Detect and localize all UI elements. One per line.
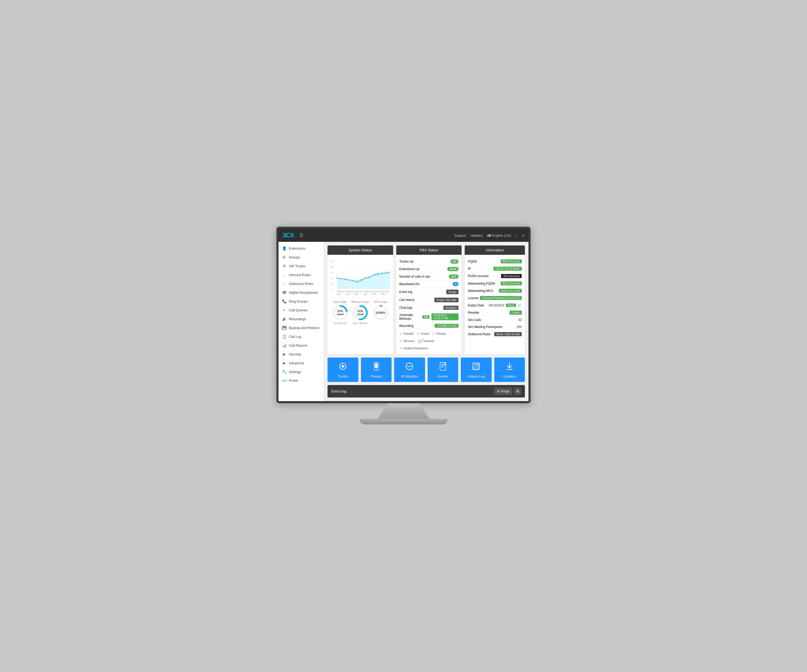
chart-x-labels: 9:56:40 AM 9:56:45 AM 9:56:50 AM 9:56:55… bbox=[337, 290, 390, 296]
headset-icon: ☎ bbox=[282, 290, 286, 294]
expand-link[interactable]: ⤢ bbox=[515, 233, 518, 238]
sidebar-item-sip-trunks[interactable]: ⚙ SIP Trunks bbox=[279, 261, 324, 270]
svg-point-10 bbox=[361, 279, 362, 281]
sidebar-item-call-queues[interactable]: ≡ Call Queues bbox=[279, 306, 324, 314]
disk-free: 11.6 GB free bbox=[330, 322, 350, 324]
sidebar-item-ring-groups[interactable]: 📞 Ring Groups bbox=[279, 297, 324, 306]
memory-free: 484.7 MB free bbox=[351, 322, 370, 324]
svg-point-11 bbox=[365, 277, 366, 279]
arrow-up-icon: ↑ bbox=[282, 281, 286, 286]
blacklisted-ips-badge: 0 bbox=[453, 282, 458, 286]
sidebar-item-groups[interactable]: ⊞ Groups bbox=[279, 253, 324, 261]
sidebar-label: Ring Groups bbox=[289, 299, 308, 303]
sidebar: 👤 Extensions ⊞ Groups ⚙ SIP Trunks ↓ Inb… bbox=[279, 242, 324, 401]
sidebar-label: Groups bbox=[289, 255, 300, 259]
system-status-header: System Status bbox=[327, 245, 393, 255]
information-card: Information FQDN 90c6.3cx.us.de IP 198.4… bbox=[465, 245, 525, 354]
svg-point-12 bbox=[369, 276, 370, 278]
svg-rect-33 bbox=[474, 363, 477, 366]
sidebar-label: Portal bbox=[289, 379, 298, 383]
sidebar-item-advanced[interactable]: ▶ Advanced bbox=[279, 359, 324, 368]
system-extensions-check: ✓ System Extensions bbox=[399, 346, 428, 350]
hamburger-button[interactable]: ☰ bbox=[299, 233, 304, 238]
pbx-trunks-up: Trunks Up 5/9 bbox=[399, 258, 459, 265]
info-webmeeting-mcu: Webmeeting MCU wsbrtc.3cx.us.de bbox=[468, 287, 522, 294]
phones-button[interactable]: Phones bbox=[361, 358, 392, 382]
sidebar-label: Recordings bbox=[289, 317, 306, 321]
speaker-icon: 🔊 bbox=[282, 317, 286, 321]
check-icon3: ✓ bbox=[432, 332, 435, 336]
sidebar-item-backup-restore[interactable]: 💾 Backup and Restore bbox=[279, 323, 324, 332]
fqdn-value: 90c6.3cx.us.de bbox=[501, 259, 522, 263]
disk-circle: 22% used bbox=[332, 304, 349, 321]
extensions-up-badge: 32/44 bbox=[447, 267, 459, 271]
app-logo: 3CX bbox=[283, 232, 294, 239]
chart-icon: 📊 bbox=[282, 343, 286, 348]
updates-link[interactable]: Updates bbox=[470, 233, 483, 238]
cpu-usage-gauge: CPU Usage 2/100% bbox=[371, 301, 390, 324]
ip-blacklist-button[interactable]: IP Blacklist bbox=[394, 358, 425, 382]
language-link[interactable]: 🇺🇸 English (US) bbox=[487, 233, 511, 238]
sidebar-item-extensions[interactable]: 👤 Extensions bbox=[279, 244, 324, 253]
sidebar-item-portal[interactable]: 3CX Portal bbox=[279, 376, 324, 385]
sidebar-item-digital-receptionist[interactable]: ☎ Digital Receptionist bbox=[279, 288, 324, 297]
sidebar-item-recordings[interactable]: 🔊 Recordings bbox=[279, 314, 324, 323]
sidebar-item-settings[interactable]: 🔧 Settings bbox=[279, 368, 324, 376]
check-icon: ✓ bbox=[399, 332, 402, 336]
event-log-settings-button[interactable]: ⚙ bbox=[514, 388, 521, 395]
backup-date-badge: 03/18/2019 12:00:13 AM bbox=[432, 313, 458, 320]
purge-calls-button[interactable]: Purge 725 calls bbox=[434, 298, 459, 302]
pbx-status-body: Trunks Up 5/9 Extensions Up 32/44 Number… bbox=[396, 255, 462, 354]
pbx-call-history: Call history Purge 725 calls bbox=[399, 296, 459, 304]
outbound-rules-value[interactable]: None. Click to add bbox=[494, 332, 522, 336]
ip-value: 198.49.170.32.9bab5 bbox=[493, 267, 522, 271]
line-chart bbox=[337, 258, 390, 289]
sidebar-item-security[interactable]: ▶ Security bbox=[279, 350, 324, 359]
trunks-icon bbox=[339, 362, 347, 372]
pbx-extensions-up: Extensions Up 32/44 bbox=[399, 265, 459, 273]
sidebar-item-call-log[interactable]: 📋 Call Log bbox=[279, 332, 324, 341]
user-link[interactable]: A bbox=[522, 233, 524, 238]
sidebar-label: Call Log bbox=[289, 335, 301, 339]
pbx-status-header: PBX Status bbox=[396, 245, 462, 255]
svg-point-14 bbox=[377, 273, 379, 275]
sidebar-item-call-reports[interactable]: 📊 Call Reports bbox=[279, 341, 324, 350]
phones-label: Phones bbox=[370, 374, 382, 378]
purge-event-log-button[interactable]: Purge bbox=[446, 289, 458, 294]
support-link[interactable]: Support bbox=[454, 233, 466, 238]
sidebar-item-outbound-rules[interactable]: ↑ Outbound Rules bbox=[279, 279, 324, 288]
pbx-blacklisted-ips: Blacklisted IPs 0 bbox=[399, 281, 459, 288]
trunks-button[interactable]: Trunks bbox=[327, 358, 359, 382]
expiry-row: 06/19/2019 Active 🛒 bbox=[489, 303, 522, 307]
services-check: ✓ Services bbox=[399, 339, 414, 343]
info-expiry: Expiry Date 06/19/2019 Active 🛒 bbox=[468, 302, 522, 309]
info-sim-calls: Sim Calls 32 bbox=[468, 316, 522, 324]
updates-button[interactable]: Updates bbox=[494, 358, 525, 382]
pbx-calls-in-use: Number of calls in use 0/32 bbox=[399, 273, 459, 281]
gear-purge-icon: ⚙ bbox=[497, 389, 500, 393]
monitor-base bbox=[359, 419, 448, 424]
disk-label: Disk Usage bbox=[330, 301, 350, 303]
check-icon5: ✓ bbox=[399, 346, 402, 350]
main-layout: 👤 Extensions ⊞ Groups ⚙ SIP Trunks ↓ Inb… bbox=[279, 242, 528, 401]
license-value: Enterprise Perpetual 16.0.0.1375 bbox=[480, 296, 522, 300]
svg-point-17 bbox=[389, 272, 390, 273]
terminal-check: ⬜ Terminal bbox=[417, 339, 434, 343]
quick-buttons: Trunks Phones bbox=[327, 358, 525, 382]
reseller-unlink[interactable]: Unlink bbox=[510, 311, 522, 315]
clipboard-icon: 📋 bbox=[282, 334, 286, 339]
download-icon bbox=[506, 362, 513, 372]
activity-log-button[interactable]: Activity Log bbox=[461, 358, 492, 382]
svg-point-6 bbox=[337, 277, 337, 279]
sidebar-item-inbound-rules[interactable]: ↓ Inbound Rules bbox=[279, 270, 324, 279]
info-license: License Enterprise Perpetual 16.0.0.1375 bbox=[468, 294, 522, 302]
event-log-purge-button[interactable]: ⚙ Purge bbox=[494, 388, 512, 395]
pbx-auto-backups: Automatic Backups ON 03/18/2019 12:00:13… bbox=[399, 312, 459, 322]
push-account-value: 3CX Account bbox=[501, 274, 522, 278]
ip-blacklist-label: IP Blacklist bbox=[402, 374, 418, 378]
event-log-header: Event log ⚙ Purge ⚙ bbox=[327, 385, 525, 398]
events-button[interactable]: Events bbox=[428, 358, 458, 382]
info-push-account: PUSH Account 3CX Account bbox=[468, 273, 522, 280]
sidebar-label: Inbound Rules bbox=[289, 273, 311, 277]
save-icon bbox=[472, 362, 480, 372]
